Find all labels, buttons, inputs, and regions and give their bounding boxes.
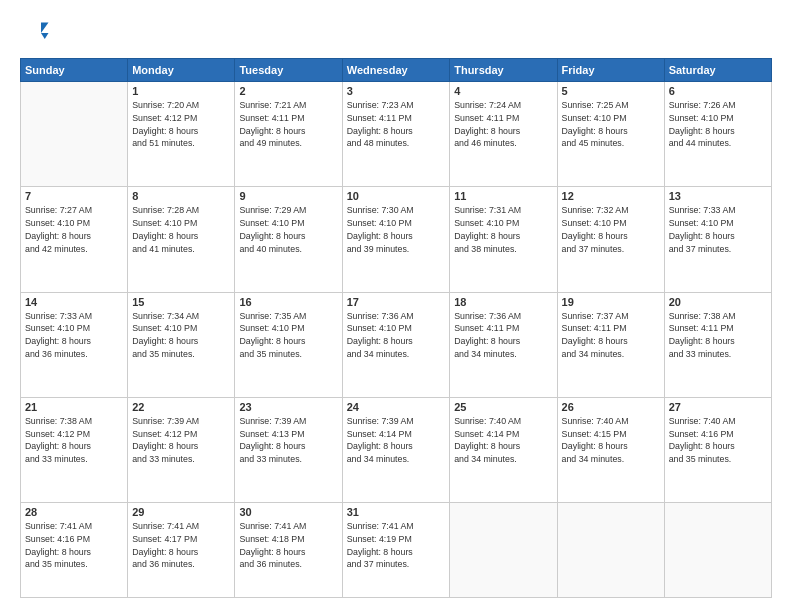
day-info: Sunrise: 7:34 AM Sunset: 4:10 PM Dayligh…: [132, 310, 230, 361]
weekday-header-saturday: Saturday: [664, 59, 771, 82]
weekday-header-friday: Friday: [557, 59, 664, 82]
day-number: 4: [454, 85, 552, 97]
calendar-cell: [450, 503, 557, 598]
calendar-cell: 26Sunrise: 7:40 AM Sunset: 4:15 PM Dayli…: [557, 397, 664, 502]
day-number: 25: [454, 401, 552, 413]
day-info: Sunrise: 7:31 AM Sunset: 4:10 PM Dayligh…: [454, 204, 552, 255]
logo-icon: [20, 18, 50, 48]
weekday-header-thursday: Thursday: [450, 59, 557, 82]
day-number: 17: [347, 296, 445, 308]
day-info: Sunrise: 7:20 AM Sunset: 4:12 PM Dayligh…: [132, 99, 230, 150]
calendar-week-row: 14Sunrise: 7:33 AM Sunset: 4:10 PM Dayli…: [21, 292, 772, 397]
day-info: Sunrise: 7:33 AM Sunset: 4:10 PM Dayligh…: [25, 310, 123, 361]
day-info: Sunrise: 7:41 AM Sunset: 4:16 PM Dayligh…: [25, 520, 123, 571]
weekday-header-monday: Monday: [128, 59, 235, 82]
weekday-header-row: SundayMondayTuesdayWednesdayThursdayFrid…: [21, 59, 772, 82]
calendar-cell: 25Sunrise: 7:40 AM Sunset: 4:14 PM Dayli…: [450, 397, 557, 502]
header: [20, 18, 772, 48]
calendar-cell: 7Sunrise: 7:27 AM Sunset: 4:10 PM Daylig…: [21, 187, 128, 292]
day-number: 26: [562, 401, 660, 413]
day-number: 9: [239, 190, 337, 202]
calendar-cell: [664, 503, 771, 598]
calendar-cell: 24Sunrise: 7:39 AM Sunset: 4:14 PM Dayli…: [342, 397, 449, 502]
day-number: 19: [562, 296, 660, 308]
day-number: 29: [132, 506, 230, 518]
calendar-cell: 31Sunrise: 7:41 AM Sunset: 4:19 PM Dayli…: [342, 503, 449, 598]
day-info: Sunrise: 7:27 AM Sunset: 4:10 PM Dayligh…: [25, 204, 123, 255]
calendar-cell: 12Sunrise: 7:32 AM Sunset: 4:10 PM Dayli…: [557, 187, 664, 292]
day-number: 24: [347, 401, 445, 413]
weekday-header-wednesday: Wednesday: [342, 59, 449, 82]
day-number: 7: [25, 190, 123, 202]
calendar-cell: 3Sunrise: 7:23 AM Sunset: 4:11 PM Daylig…: [342, 82, 449, 187]
calendar-cell: 2Sunrise: 7:21 AM Sunset: 4:11 PM Daylig…: [235, 82, 342, 187]
calendar-cell: 22Sunrise: 7:39 AM Sunset: 4:12 PM Dayli…: [128, 397, 235, 502]
calendar-cell: 17Sunrise: 7:36 AM Sunset: 4:10 PM Dayli…: [342, 292, 449, 397]
day-info: Sunrise: 7:33 AM Sunset: 4:10 PM Dayligh…: [669, 204, 767, 255]
calendar-cell: 10Sunrise: 7:30 AM Sunset: 4:10 PM Dayli…: [342, 187, 449, 292]
calendar-cell: 8Sunrise: 7:28 AM Sunset: 4:10 PM Daylig…: [128, 187, 235, 292]
day-number: 22: [132, 401, 230, 413]
calendar-cell: 18Sunrise: 7:36 AM Sunset: 4:11 PM Dayli…: [450, 292, 557, 397]
day-info: Sunrise: 7:40 AM Sunset: 4:15 PM Dayligh…: [562, 415, 660, 466]
day-info: Sunrise: 7:25 AM Sunset: 4:10 PM Dayligh…: [562, 99, 660, 150]
svg-marker-0: [41, 23, 49, 34]
day-number: 15: [132, 296, 230, 308]
day-number: 3: [347, 85, 445, 97]
calendar-week-row: 28Sunrise: 7:41 AM Sunset: 4:16 PM Dayli…: [21, 503, 772, 598]
day-info: Sunrise: 7:26 AM Sunset: 4:10 PM Dayligh…: [669, 99, 767, 150]
day-info: Sunrise: 7:32 AM Sunset: 4:10 PM Dayligh…: [562, 204, 660, 255]
calendar-week-row: 1Sunrise: 7:20 AM Sunset: 4:12 PM Daylig…: [21, 82, 772, 187]
calendar-cell: 14Sunrise: 7:33 AM Sunset: 4:10 PM Dayli…: [21, 292, 128, 397]
day-number: 23: [239, 401, 337, 413]
calendar-cell: 9Sunrise: 7:29 AM Sunset: 4:10 PM Daylig…: [235, 187, 342, 292]
calendar-cell: 29Sunrise: 7:41 AM Sunset: 4:17 PM Dayli…: [128, 503, 235, 598]
calendar-cell: 13Sunrise: 7:33 AM Sunset: 4:10 PM Dayli…: [664, 187, 771, 292]
page: SundayMondayTuesdayWednesdayThursdayFrid…: [0, 0, 792, 612]
day-info: Sunrise: 7:39 AM Sunset: 4:14 PM Dayligh…: [347, 415, 445, 466]
calendar-cell: 27Sunrise: 7:40 AM Sunset: 4:16 PM Dayli…: [664, 397, 771, 502]
calendar-cell: 21Sunrise: 7:38 AM Sunset: 4:12 PM Dayli…: [21, 397, 128, 502]
day-number: 31: [347, 506, 445, 518]
svg-marker-1: [41, 33, 49, 39]
calendar-cell: [21, 82, 128, 187]
calendar-cell: 20Sunrise: 7:38 AM Sunset: 4:11 PM Dayli…: [664, 292, 771, 397]
calendar-cell: 28Sunrise: 7:41 AM Sunset: 4:16 PM Dayli…: [21, 503, 128, 598]
calendar-cell: 16Sunrise: 7:35 AM Sunset: 4:10 PM Dayli…: [235, 292, 342, 397]
day-number: 18: [454, 296, 552, 308]
calendar-cell: 19Sunrise: 7:37 AM Sunset: 4:11 PM Dayli…: [557, 292, 664, 397]
day-info: Sunrise: 7:30 AM Sunset: 4:10 PM Dayligh…: [347, 204, 445, 255]
day-number: 21: [25, 401, 123, 413]
day-number: 2: [239, 85, 337, 97]
day-info: Sunrise: 7:39 AM Sunset: 4:12 PM Dayligh…: [132, 415, 230, 466]
calendar-week-row: 7Sunrise: 7:27 AM Sunset: 4:10 PM Daylig…: [21, 187, 772, 292]
day-number: 5: [562, 85, 660, 97]
day-info: Sunrise: 7:36 AM Sunset: 4:10 PM Dayligh…: [347, 310, 445, 361]
day-number: 30: [239, 506, 337, 518]
day-number: 20: [669, 296, 767, 308]
logo: [20, 18, 56, 48]
day-number: 14: [25, 296, 123, 308]
day-info: Sunrise: 7:41 AM Sunset: 4:19 PM Dayligh…: [347, 520, 445, 571]
day-info: Sunrise: 7:41 AM Sunset: 4:17 PM Dayligh…: [132, 520, 230, 571]
calendar-cell: 5Sunrise: 7:25 AM Sunset: 4:10 PM Daylig…: [557, 82, 664, 187]
calendar-cell: [557, 503, 664, 598]
day-info: Sunrise: 7:23 AM Sunset: 4:11 PM Dayligh…: [347, 99, 445, 150]
calendar-cell: 6Sunrise: 7:26 AM Sunset: 4:10 PM Daylig…: [664, 82, 771, 187]
day-info: Sunrise: 7:41 AM Sunset: 4:18 PM Dayligh…: [239, 520, 337, 571]
day-number: 13: [669, 190, 767, 202]
day-number: 6: [669, 85, 767, 97]
day-info: Sunrise: 7:36 AM Sunset: 4:11 PM Dayligh…: [454, 310, 552, 361]
calendar-cell: 23Sunrise: 7:39 AM Sunset: 4:13 PM Dayli…: [235, 397, 342, 502]
day-info: Sunrise: 7:37 AM Sunset: 4:11 PM Dayligh…: [562, 310, 660, 361]
day-info: Sunrise: 7:24 AM Sunset: 4:11 PM Dayligh…: [454, 99, 552, 150]
day-number: 16: [239, 296, 337, 308]
day-number: 8: [132, 190, 230, 202]
day-info: Sunrise: 7:38 AM Sunset: 4:12 PM Dayligh…: [25, 415, 123, 466]
day-info: Sunrise: 7:40 AM Sunset: 4:16 PM Dayligh…: [669, 415, 767, 466]
day-number: 28: [25, 506, 123, 518]
calendar-cell: 1Sunrise: 7:20 AM Sunset: 4:12 PM Daylig…: [128, 82, 235, 187]
calendar-cell: 4Sunrise: 7:24 AM Sunset: 4:11 PM Daylig…: [450, 82, 557, 187]
calendar-week-row: 21Sunrise: 7:38 AM Sunset: 4:12 PM Dayli…: [21, 397, 772, 502]
day-number: 1: [132, 85, 230, 97]
